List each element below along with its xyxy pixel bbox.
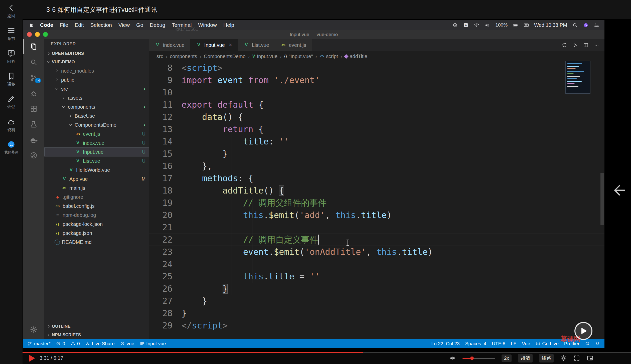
breadcrumb-componentsdemo[interactable]: ComponentsDemo xyxy=(204,54,246,59)
status-vue[interactable]: vue xyxy=(120,341,134,346)
breadcrumb-components[interactable]: components xyxy=(170,54,197,59)
open-editors-section[interactable]: OPEN EDITORS xyxy=(44,49,149,58)
breadcrumb-script[interactable]: <>script xyxy=(320,54,338,59)
list-icon[interactable] xyxy=(594,22,599,28)
tree-item-public[interactable]: public xyxy=(44,75,149,84)
speaker-icon[interactable] xyxy=(485,22,490,28)
status-live-share[interactable]: Live Share xyxy=(85,341,115,346)
activity-settings[interactable] xyxy=(23,322,44,337)
volume-icon[interactable] xyxy=(449,355,456,361)
activity-test[interactable] xyxy=(23,116,44,132)
tree-item-assets[interactable]: assets xyxy=(44,93,149,102)
status-0[interactable]: 0 xyxy=(56,341,65,346)
tree-item-input-vue[interactable]: VInput.vueU xyxy=(44,147,149,156)
resume-play-button[interactable] xyxy=(574,322,592,340)
keyboard-icon[interactable] xyxy=(523,22,529,28)
siri-icon[interactable] xyxy=(583,22,589,28)
status-smiley[interactable] xyxy=(585,341,590,346)
code-editor[interactable]: 8<script>9import event from './event'101… xyxy=(149,61,604,339)
status-utf-8[interactable]: UTF-8 xyxy=(492,341,505,346)
wifi-icon[interactable] xyxy=(474,22,480,28)
tree-item-list-vue[interactable]: VList.vueU xyxy=(44,156,149,165)
status-go-live[interactable]: Go Live xyxy=(536,341,558,346)
route-button[interactable]: 线路 xyxy=(539,354,554,362)
tree-item-componentsdemo[interactable]: ComponentsDemo● xyxy=(44,120,149,129)
seek-bar[interactable] xyxy=(23,352,631,353)
tree-item-src[interactable]: src● xyxy=(44,84,149,93)
npm-scripts-section[interactable]: NPM SCRIPTS xyxy=(44,331,149,339)
breadcrumb-src[interactable]: src xyxy=(156,54,163,59)
tab-list-vue[interactable]: VList.vue xyxy=(238,39,275,51)
tree-item-event-js[interactable]: JSevent.jsU xyxy=(44,129,149,138)
tree-item-node-modules[interactable]: node_modules xyxy=(44,66,149,75)
tree-item-baseuse[interactable]: BaseUse xyxy=(44,111,149,120)
run-file-icon[interactable] xyxy=(572,42,578,48)
tree-item-gitignore[interactable]: ◆.gitignore xyxy=(44,193,149,202)
status-vue[interactable]: Vue xyxy=(522,341,530,346)
breadcrumb-input-vue[interactable]: {}"Input.vue" xyxy=(284,54,313,59)
workspace-root-section[interactable]: VUE-DEMO xyxy=(44,58,149,66)
speed-button[interactable]: 2x xyxy=(502,354,512,362)
window-titlebar[interactable]: Input.vue — vue-demo xyxy=(23,30,604,39)
activity-source-control[interactable]: 14 xyxy=(23,70,44,85)
status-lf[interactable]: LF xyxy=(511,341,516,346)
status-ln-22-col-23[interactable]: Ln 22, Col 23 xyxy=(431,341,460,346)
status-input-vue[interactable]: Input.vue xyxy=(140,341,166,346)
menu-item-file[interactable]: File xyxy=(60,22,68,28)
status-bell[interactable] xyxy=(595,341,600,346)
menu-item-help[interactable]: Help xyxy=(223,22,234,28)
close-window-button[interactable] xyxy=(27,32,32,37)
tab-input-vue[interactable]: VInput.vue× xyxy=(190,39,238,51)
sidebar-item-qna[interactable]: 问答 xyxy=(7,49,16,64)
activity-docker[interactable] xyxy=(23,132,44,147)
more-actions-icon[interactable] xyxy=(594,42,599,48)
tree-item-main-js[interactable]: JSmain.js xyxy=(44,184,149,193)
fullscreen-icon[interactable] xyxy=(573,355,580,361)
tab-index-vue[interactable]: Vindex.vue xyxy=(149,39,190,51)
quality-button[interactable]: 超清 xyxy=(518,354,533,362)
sidebar-item-back[interactable]: 返回 xyxy=(7,4,16,19)
sidebar-item-notes[interactable]: 笔记 xyxy=(7,95,16,110)
minimize-window-button[interactable] xyxy=(35,32,40,37)
volume-knob[interactable] xyxy=(470,356,474,360)
pause-play-button[interactable] xyxy=(29,355,35,362)
menu-item-edit[interactable]: Edit xyxy=(75,22,84,28)
tree-item-readme-md[interactable]: iREADME.md xyxy=(44,238,149,247)
zoom-window-button[interactable] xyxy=(43,32,48,37)
menu-item-view[interactable]: View xyxy=(118,22,130,28)
battery-icon[interactable] xyxy=(513,22,518,28)
menu-item-go[interactable]: Go xyxy=(136,22,143,28)
volume-slider[interactable] xyxy=(462,358,495,359)
breadcrumb-input-vue[interactable]: VInput.vue xyxy=(252,54,277,59)
menu-item-debug[interactable]: Debug xyxy=(150,22,165,28)
outline-section[interactable]: OUTLINE xyxy=(44,322,149,331)
tab-event-js[interactable]: JSevent.js xyxy=(275,39,312,51)
status-spaces-4[interactable]: Spaces: 4 xyxy=(465,341,487,346)
apple-icon[interactable] xyxy=(28,22,34,28)
tree-item-package-json[interactable]: {}package.json xyxy=(44,229,149,238)
search-icon[interactable] xyxy=(572,22,578,28)
menu-item-window[interactable]: Window xyxy=(198,22,217,28)
tree-item-babel-config-js[interactable]: JSbabel.config.js xyxy=(44,202,149,211)
tree-item-components[interactable]: components● xyxy=(44,102,149,111)
split-editor-icon[interactable] xyxy=(583,42,589,48)
menu-item-selection[interactable]: Selection xyxy=(90,22,112,28)
activity-live-share[interactable] xyxy=(23,147,44,163)
sidebar-item-materials[interactable]: 资料 xyxy=(7,117,16,133)
previous-section-arrow[interactable] xyxy=(612,184,626,198)
sidebar-item-bookmark[interactable]: 课签 xyxy=(7,72,16,87)
ime-icon[interactable]: A xyxy=(463,22,469,28)
status-master[interactable]: master* xyxy=(28,341,50,346)
menu-app-name[interactable]: Code xyxy=(40,22,53,28)
tree-item-npm-debug-log[interactable]: ≡npm-debug.log xyxy=(44,211,149,220)
editor-scrollbar[interactable] xyxy=(600,173,604,225)
record-icon[interactable] xyxy=(452,22,458,28)
tree-item-helloworld-vue[interactable]: VHelloWorld.vue xyxy=(44,165,149,174)
sync-icon[interactable] xyxy=(561,42,567,48)
status-0[interactable]: 0 xyxy=(71,341,80,346)
tree-item-package-lock-json[interactable]: {}package-lock.json xyxy=(44,220,149,229)
tree-item-index-vue[interactable]: Vindex.vueU xyxy=(44,138,149,147)
tree-item-app-vue[interactable]: VApp.vueM xyxy=(44,174,149,184)
sidebar-item-profile[interactable]: 我的慕课 xyxy=(4,140,18,155)
activity-search[interactable] xyxy=(23,54,44,70)
